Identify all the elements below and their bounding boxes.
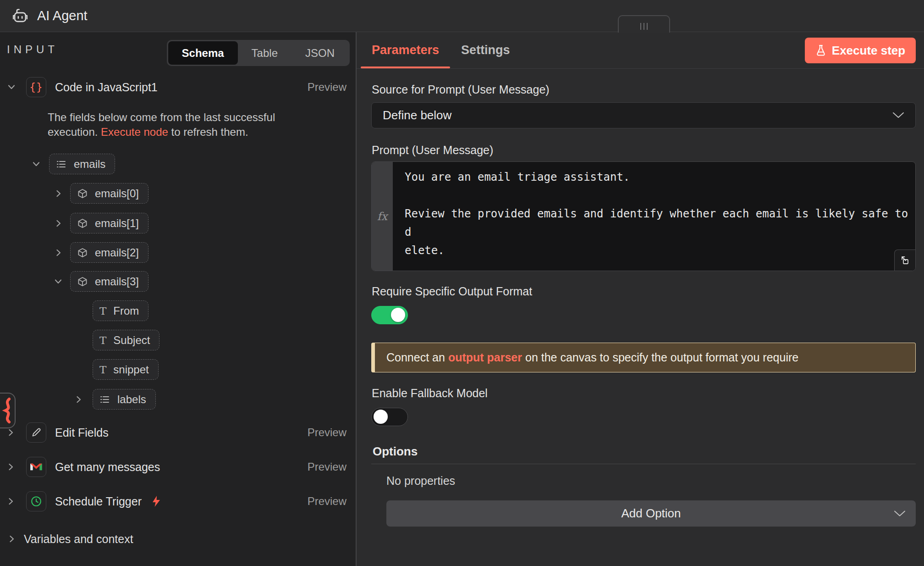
schema-node-row: Edit Fields Preview [0, 422, 356, 443]
chevron-right-icon[interactable] [9, 535, 15, 543]
preview-link[interactable]: Preview [308, 426, 346, 439]
fallback-model-toggle[interactable] [371, 408, 408, 426]
tree-row-email-3: emails[3] [0, 271, 356, 292]
chevron-down-icon [894, 510, 906, 517]
canvas-node-glyph-icon [1, 397, 13, 424]
node-title-bar: AI Agent [0, 0, 924, 32]
field-pill-string[interactable]: T snippet [93, 359, 159, 380]
object-icon [77, 218, 88, 229]
chevron-right-icon[interactable] [56, 249, 61, 257]
preview-link[interactable]: Preview [308, 81, 346, 94]
output-parser-highlight: output parser [448, 351, 522, 364]
tree-row-from: T From [0, 300, 356, 322]
options-section-label: Options [373, 444, 418, 459]
input-panel: INPUT Schema Table JSON {} Code in JavaS… [0, 32, 357, 566]
schema-node-row: Schedule Trigger Preview [0, 491, 356, 512]
preview-link[interactable]: Preview [308, 461, 346, 473]
edit-fields-icon [26, 422, 46, 443]
tree-row-email-1: emails[1] [0, 213, 356, 234]
open-expression-icon [900, 255, 910, 266]
node-detail-view: AI Agent INPUT Schema Table JSON {} Code… [0, 0, 924, 566]
tab-json[interactable]: JSON [292, 41, 348, 65]
fx-icon: fx [377, 210, 387, 223]
node-name: Get many messages [55, 461, 160, 474]
tree-row-email-2: emails[2] [0, 242, 356, 263]
chevron-right-icon[interactable] [8, 463, 14, 471]
field-pill-object[interactable]: emails[0] [70, 183, 148, 204]
execute-node-link[interactable]: Execute node [101, 126, 168, 138]
node-title: AI Agent [37, 8, 88, 23]
variables-section-label: Variables and context [24, 533, 133, 546]
schema-node-row: {} Code in JavaScript1 Preview [0, 77, 356, 98]
tree-row-subject: T Subject [0, 330, 356, 351]
node-name: Code in JavaScript1 [55, 81, 158, 94]
clock-icon [30, 495, 42, 507]
source-field-label: Source for Prompt (User Message) [372, 83, 550, 96]
parameters-content: Source for Prompt (User Message) Define … [357, 69, 924, 566]
chevron-down-icon[interactable] [32, 161, 40, 167]
code-node-icon: {} [26, 77, 46, 97]
execute-step-button[interactable]: Execute step [805, 38, 916, 63]
output-format-label: Require Specific Output Format [372, 285, 532, 298]
execution-hint: The fields below come from the last succ… [48, 110, 328, 139]
tree-row-labels: labels [0, 389, 356, 410]
add-option-button[interactable]: Add Option [386, 500, 916, 527]
node-name: Schedule Trigger [55, 495, 142, 508]
list-icon [56, 159, 67, 169]
string-type-icon: T [99, 364, 106, 376]
tree-row-snippet: T snippet [0, 359, 356, 380]
schedule-node-icon [26, 491, 46, 511]
pencil-icon [31, 427, 42, 438]
flask-icon [815, 44, 826, 56]
string-type-icon: T [99, 334, 106, 346]
chevron-down-icon[interactable] [54, 279, 62, 284]
object-icon [77, 188, 88, 199]
chevron-right-icon[interactable] [8, 497, 14, 505]
field-pill-object[interactable]: emails[1] [70, 213, 148, 233]
tab-schema[interactable]: Schema [168, 41, 238, 65]
list-icon [99, 394, 110, 405]
chevron-right-icon[interactable] [56, 219, 61, 228]
field-pill-emails[interactable]: emails [49, 154, 115, 174]
tab-parameters[interactable]: Parameters [361, 32, 450, 68]
tree-row-emails: emails [0, 154, 356, 175]
fallback-model-label: Enable Fallback Model [372, 387, 488, 400]
gmail-node-icon [26, 457, 46, 477]
tab-table[interactable]: Table [238, 41, 292, 65]
chevron-down-icon[interactable] [7, 84, 16, 90]
parameters-panel: Parameters Settings Execute step Source … [357, 32, 924, 566]
tab-settings[interactable]: Settings [450, 32, 521, 68]
panel-drag-handle[interactable] [618, 15, 670, 33]
tree-row-email-0: emails[0] [0, 183, 356, 204]
field-pill-labels[interactable]: labels [93, 389, 156, 410]
prompt-source-select[interactable]: Define below [371, 102, 916, 128]
field-pill-string[interactable]: T Subject [93, 330, 160, 350]
chevron-right-icon[interactable] [56, 189, 61, 198]
chevron-right-icon[interactable] [8, 428, 14, 437]
schema-node-row: Get many messages Preview [0, 456, 356, 477]
options-divider [371, 464, 916, 464]
options-empty-text: No properties [386, 474, 455, 488]
field-pill-string[interactable]: T From [93, 300, 148, 321]
prompt-editor: fx You are an email triage assistant. Re… [371, 161, 916, 271]
prompt-text[interactable]: You are an email triage assistant. Revie… [393, 162, 915, 271]
output-parser-notice: Connect an output parser on the canvas t… [371, 343, 916, 372]
string-type-icon: T [99, 305, 106, 317]
variables-section-row[interactable]: Variables and context [0, 528, 356, 549]
chevron-right-icon[interactable] [76, 395, 82, 404]
expression-gutter: fx [372, 162, 393, 271]
field-pill-object[interactable]: emails[3] [70, 271, 148, 292]
object-icon [77, 247, 88, 258]
input-panel-title: INPUT [7, 43, 58, 56]
output-format-toggle[interactable] [371, 306, 408, 324]
expand-editor-button[interactable] [894, 250, 915, 271]
chevron-down-icon [892, 112, 904, 119]
trigger-bolt-icon [151, 495, 161, 507]
object-icon [77, 276, 88, 287]
field-pill-object[interactable]: emails[2] [70, 242, 148, 263]
gmail-icon [30, 462, 43, 472]
detail-tabs-header: Parameters Settings Execute step [357, 32, 924, 69]
node-name: Edit Fields [55, 426, 109, 439]
input-view-switcher: Schema Table JSON [167, 40, 350, 66]
preview-link[interactable]: Preview [308, 495, 346, 508]
